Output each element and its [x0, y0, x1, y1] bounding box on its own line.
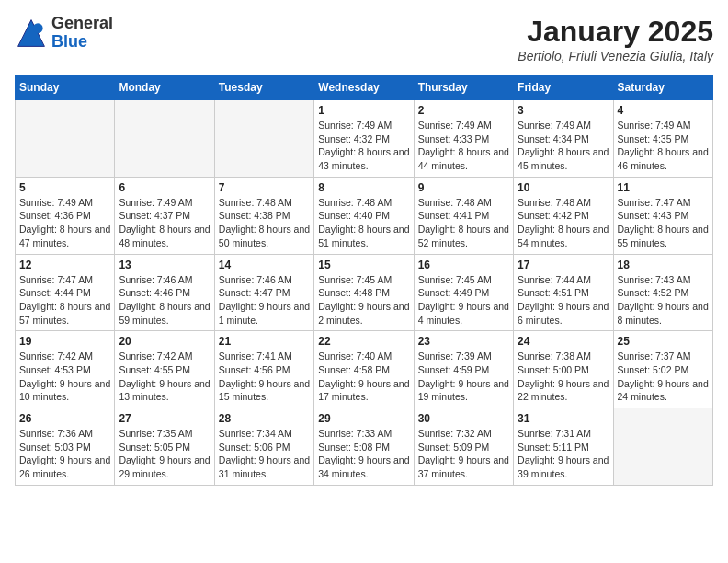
day-number: 4 [618, 104, 709, 117]
day-info: Sunrise: 7:45 AMSunset: 4:49 PMDaylight:… [418, 273, 509, 327]
day-info: Sunrise: 7:33 AMSunset: 5:08 PMDaylight:… [318, 427, 409, 481]
day-info: Sunrise: 7:47 AMSunset: 4:43 PMDaylight:… [618, 196, 709, 250]
calendar-cell: 17Sunrise: 7:44 AMSunset: 4:51 PMDayligh… [514, 254, 613, 331]
calendar-week-row: 5Sunrise: 7:49 AMSunset: 4:36 PMDaylight… [16, 177, 713, 254]
day-number: 18 [618, 259, 709, 271]
day-info: Sunrise: 7:49 AMSunset: 4:34 PMDaylight:… [518, 119, 609, 173]
calendar-header-row: SundayMondayTuesdayWednesdayThursdayFrid… [16, 75, 713, 100]
calendar-cell: 18Sunrise: 7:43 AMSunset: 4:52 PMDayligh… [613, 254, 712, 331]
day-info: Sunrise: 7:39 AMSunset: 4:59 PMDaylight:… [418, 350, 509, 404]
calendar-cell: 26Sunrise: 7:36 AMSunset: 5:03 PMDayligh… [16, 408, 115, 486]
day-info: Sunrise: 7:36 AMSunset: 5:03 PMDaylight:… [19, 427, 110, 481]
day-number: 19 [19, 335, 110, 348]
calendar-week-row: 12Sunrise: 7:47 AMSunset: 4:44 PMDayligh… [16, 254, 713, 331]
day-number: 8 [318, 181, 409, 194]
calendar-cell: 11Sunrise: 7:47 AMSunset: 4:43 PMDayligh… [613, 177, 712, 254]
day-number: 15 [318, 259, 409, 271]
calendar-cell: 8Sunrise: 7:48 AMSunset: 4:40 PMDaylight… [314, 177, 414, 254]
day-info: Sunrise: 7:42 AMSunset: 4:55 PMDaylight:… [119, 350, 210, 404]
day-number: 25 [618, 335, 709, 348]
day-info: Sunrise: 7:34 AMSunset: 5:06 PMDaylight:… [219, 427, 310, 481]
day-info: Sunrise: 7:43 AMSunset: 4:52 PMDaylight:… [618, 273, 709, 327]
calendar-cell: 22Sunrise: 7:40 AMSunset: 4:58 PMDayligh… [314, 331, 414, 408]
day-info: Sunrise: 7:38 AMSunset: 5:00 PMDaylight:… [518, 350, 609, 404]
calendar-cell: 10Sunrise: 7:48 AMSunset: 4:42 PMDayligh… [514, 177, 613, 254]
page-header: General Blue January 2025 Bertiolo, Friu… [15, 15, 713, 63]
calendar-week-row: 26Sunrise: 7:36 AMSunset: 5:03 PMDayligh… [16, 408, 713, 486]
calendar-cell: 31Sunrise: 7:31 AMSunset: 5:11 PMDayligh… [514, 408, 613, 486]
column-header-monday: Monday [115, 75, 214, 100]
svg-marker-0 [18, 19, 45, 46]
day-number: 20 [119, 335, 210, 348]
column-header-sunday: Sunday [16, 75, 115, 100]
day-number: 14 [219, 259, 310, 271]
day-info: Sunrise: 7:48 AMSunset: 4:42 PMDaylight:… [518, 196, 609, 250]
calendar-cell: 4Sunrise: 7:49 AMSunset: 4:35 PMDaylight… [613, 100, 712, 178]
calendar-week-row: 19Sunrise: 7:42 AMSunset: 4:53 PMDayligh… [16, 331, 713, 408]
calendar-cell: 28Sunrise: 7:34 AMSunset: 5:06 PMDayligh… [214, 408, 313, 486]
calendar-cell: 23Sunrise: 7:39 AMSunset: 4:59 PMDayligh… [414, 331, 513, 408]
calendar-cell: 14Sunrise: 7:46 AMSunset: 4:47 PMDayligh… [214, 254, 313, 331]
day-info: Sunrise: 7:40 AMSunset: 4:58 PMDaylight:… [318, 350, 409, 404]
day-info: Sunrise: 7:49 AMSunset: 4:35 PMDaylight:… [618, 119, 709, 173]
day-number: 5 [19, 181, 110, 194]
calendar-cell [214, 100, 313, 178]
day-number: 27 [119, 412, 210, 425]
calendar-cell [613, 408, 712, 486]
logo-general-text: General [51, 14, 113, 32]
month-title: January 2025 [518, 15, 713, 49]
day-number: 7 [219, 181, 310, 194]
calendar-cell: 7Sunrise: 7:48 AMSunset: 4:38 PMDaylight… [214, 177, 313, 254]
calendar-cell: 16Sunrise: 7:45 AMSunset: 4:49 PMDayligh… [414, 254, 513, 331]
calendar-cell: 25Sunrise: 7:37 AMSunset: 5:02 PMDayligh… [613, 331, 712, 408]
title-area: January 2025 Bertiolo, Friuli Venezia Gi… [518, 15, 713, 63]
day-info: Sunrise: 7:31 AMSunset: 5:11 PMDaylight:… [518, 427, 609, 481]
calendar-cell: 20Sunrise: 7:42 AMSunset: 4:55 PMDayligh… [115, 331, 214, 408]
calendar-cell: 27Sunrise: 7:35 AMSunset: 5:05 PMDayligh… [115, 408, 214, 486]
day-number: 6 [119, 181, 210, 194]
calendar-cell: 24Sunrise: 7:38 AMSunset: 5:00 PMDayligh… [514, 331, 613, 408]
day-number: 9 [418, 181, 509, 194]
day-number: 16 [418, 259, 509, 271]
day-info: Sunrise: 7:48 AMSunset: 4:38 PMDaylight:… [219, 196, 310, 250]
day-number: 2 [418, 104, 509, 117]
day-info: Sunrise: 7:46 AMSunset: 4:47 PMDaylight:… [219, 273, 310, 327]
day-info: Sunrise: 7:35 AMSunset: 5:05 PMDaylight:… [119, 427, 210, 481]
day-info: Sunrise: 7:37 AMSunset: 5:02 PMDaylight:… [618, 350, 709, 404]
calendar-cell: 15Sunrise: 7:45 AMSunset: 4:48 PMDayligh… [314, 254, 414, 331]
day-info: Sunrise: 7:46 AMSunset: 4:46 PMDaylight:… [119, 273, 210, 327]
calendar-cell: 12Sunrise: 7:47 AMSunset: 4:44 PMDayligh… [16, 254, 115, 331]
calendar-cell: 1Sunrise: 7:49 AMSunset: 4:32 PMDaylight… [314, 100, 414, 178]
calendar-cell: 5Sunrise: 7:49 AMSunset: 4:36 PMDaylight… [16, 177, 115, 254]
day-number: 17 [518, 259, 609, 271]
day-info: Sunrise: 7:41 AMSunset: 4:56 PMDaylight:… [219, 350, 310, 404]
column-header-wednesday: Wednesday [314, 75, 414, 100]
day-number: 10 [518, 181, 609, 194]
column-header-tuesday: Tuesday [214, 75, 313, 100]
day-info: Sunrise: 7:45 AMSunset: 4:48 PMDaylight:… [318, 273, 409, 327]
svg-point-2 [33, 23, 43, 33]
day-number: 31 [518, 412, 609, 425]
calendar-cell: 2Sunrise: 7:49 AMSunset: 4:33 PMDaylight… [414, 100, 513, 178]
logo-blue-text: Blue [51, 32, 87, 51]
calendar-cell: 3Sunrise: 7:49 AMSunset: 4:34 PMDaylight… [514, 100, 613, 178]
calendar-cell: 9Sunrise: 7:48 AMSunset: 4:41 PMDaylight… [414, 177, 513, 254]
calendar-cell: 6Sunrise: 7:49 AMSunset: 4:37 PMDaylight… [115, 177, 214, 254]
day-number: 29 [318, 412, 409, 425]
calendar-cell: 30Sunrise: 7:32 AMSunset: 5:09 PMDayligh… [414, 408, 513, 486]
day-number: 12 [19, 259, 110, 271]
day-info: Sunrise: 7:48 AMSunset: 4:41 PMDaylight:… [418, 196, 509, 250]
day-number: 1 [318, 104, 409, 117]
day-info: Sunrise: 7:42 AMSunset: 4:53 PMDaylight:… [19, 350, 110, 404]
calendar-cell: 29Sunrise: 7:33 AMSunset: 5:08 PMDayligh… [314, 408, 414, 486]
location-subtitle: Bertiolo, Friuli Venezia Giulia, Italy [518, 49, 713, 63]
calendar-cell [115, 100, 214, 178]
day-number: 21 [219, 335, 310, 348]
calendar-table: SundayMondayTuesdayWednesdayThursdayFrid… [15, 75, 713, 486]
logo: General Blue [15, 15, 113, 52]
logo-icon [15, 17, 48, 50]
day-info: Sunrise: 7:32 AMSunset: 5:09 PMDaylight:… [418, 427, 509, 481]
day-info: Sunrise: 7:49 AMSunset: 4:33 PMDaylight:… [418, 119, 509, 173]
calendar-cell [16, 100, 115, 178]
day-info: Sunrise: 7:48 AMSunset: 4:40 PMDaylight:… [318, 196, 409, 250]
